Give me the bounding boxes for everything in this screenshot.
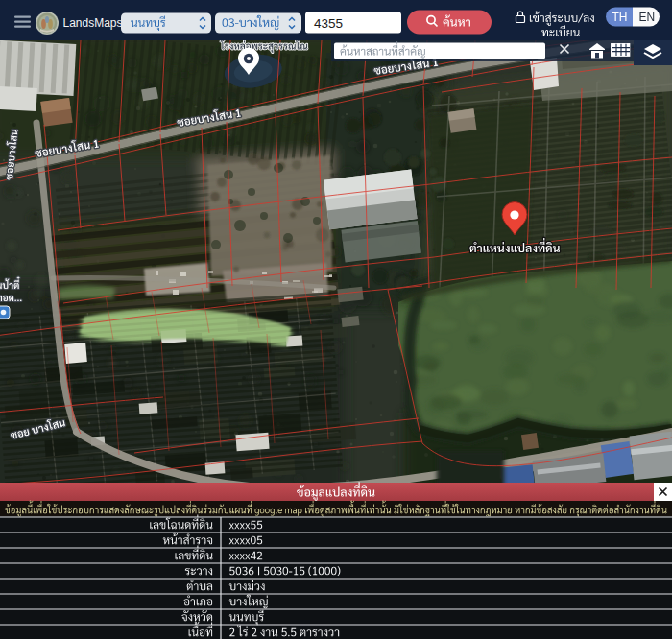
svg-text:LandsMaps: LandsMaps xyxy=(63,16,123,30)
svg-text:4355: 4355 xyxy=(314,16,343,31)
svg-text:EN: EN xyxy=(639,11,656,24)
svg-text:TH: TH xyxy=(612,11,628,24)
